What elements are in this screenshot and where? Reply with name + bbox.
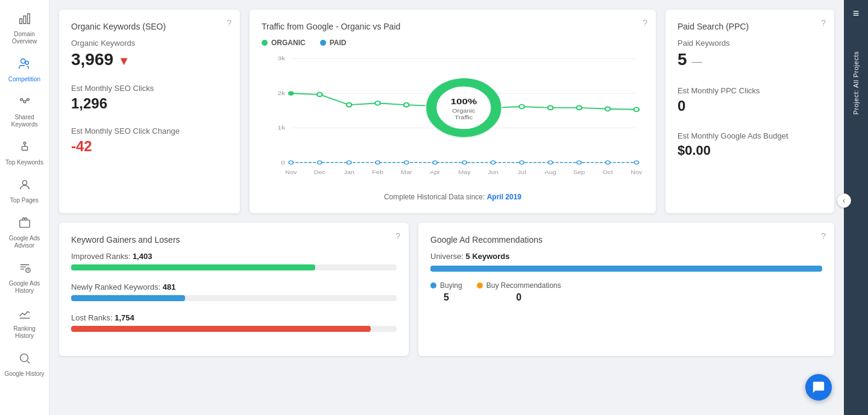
gainers-help-icon[interactable]: ? xyxy=(395,231,400,241)
collapse-button[interactable]: ‹ xyxy=(837,193,851,208)
gainers-card: ? Keyword Gainers and Losers Improved Ra… xyxy=(59,223,409,356)
sidebar-item-google-history[interactable]: Google History xyxy=(0,346,49,384)
svg-rect-11 xyxy=(19,220,30,227)
buying-dot xyxy=(430,282,436,289)
svg-text:1k: 1k xyxy=(277,124,285,130)
ppc-clicks-label: Est Monthly PPC Clicks xyxy=(678,86,822,95)
paid-legend: PAID xyxy=(320,39,347,47)
newly-bar xyxy=(71,295,185,301)
svg-text:Organic: Organic xyxy=(452,108,475,114)
down-arrow-icon: ▼ xyxy=(118,54,130,67)
organic-legend-label: ORGANIC xyxy=(271,39,306,47)
sidebar-label-ranking-history: Ranking History xyxy=(4,325,45,340)
svg-point-33 xyxy=(548,106,553,110)
svg-point-45 xyxy=(520,161,524,164)
sidebar-item-top-keywords[interactable]: Top Keywords xyxy=(0,134,49,172)
sidebar-item-shared-keywords[interactable]: Shared Keywords xyxy=(0,89,49,134)
ppc-help-icon[interactable]: ? xyxy=(821,18,826,28)
svg-text:0: 0 xyxy=(281,159,285,165)
svg-point-6 xyxy=(20,99,22,101)
svg-point-32 xyxy=(519,105,524,109)
improved-label: Improved Ranks: 1,403 xyxy=(71,252,397,261)
chat-bubble-button[interactable] xyxy=(805,374,832,401)
sidebar-item-top-pages[interactable]: Top Pages xyxy=(0,172,49,210)
ranking-history-icon xyxy=(18,307,31,323)
svg-text:Feb: Feb xyxy=(372,169,383,175)
click-change-section: Est Monthly SEO Click Change -42 xyxy=(71,126,228,155)
top-keywords-icon xyxy=(18,140,31,157)
improved-bar-container xyxy=(71,264,397,270)
svg-text:2k: 2k xyxy=(277,90,285,96)
ad-legend-row: Buying 5 Buy Recommendations 0 xyxy=(430,281,822,303)
seo-help-icon[interactable]: ? xyxy=(227,18,231,28)
buying-entry: Buying 5 xyxy=(430,281,462,303)
traffic-help-icon[interactable]: ? xyxy=(643,18,647,28)
sidebar-item-ranking-history[interactable]: Ranking History xyxy=(0,301,49,346)
google-ad-card-title: Google Ad Recommendations xyxy=(430,235,822,245)
newly-value: 481 xyxy=(163,282,176,292)
svg-point-9 xyxy=(24,142,26,145)
historical-date: April 2019 xyxy=(487,193,521,201)
ppc-card: ? Paid Search (PPC) Paid Keywords 5 — Es… xyxy=(665,10,834,213)
improved-bar xyxy=(71,264,315,270)
sidebar-item-google-ads-history[interactable]: Google Ads History xyxy=(0,255,49,301)
svg-point-47 xyxy=(577,161,581,164)
ppc-clicks-value: 0 xyxy=(678,98,822,114)
svg-text:Dec: Dec xyxy=(314,169,326,175)
svg-text:May: May xyxy=(458,169,471,175)
svg-point-46 xyxy=(549,161,553,164)
sidebar-item-domain-overview[interactable]: Domain Overview xyxy=(0,6,49,51)
google-ads-budget-section: Est Monthly Google Ads Budget $0.00 xyxy=(678,131,822,158)
universe-bar xyxy=(430,266,822,272)
organic-legend: ORGANIC xyxy=(262,39,306,47)
sidebar-item-competition[interactable]: Competition xyxy=(0,51,49,89)
svg-point-43 xyxy=(462,161,467,164)
hamburger-icon[interactable]: ≡ xyxy=(846,0,867,27)
organic-keywords-label: Organic Keywords xyxy=(71,39,228,48)
project-label: Project: All Projects xyxy=(852,45,860,120)
svg-text:Mar: Mar xyxy=(401,169,413,175)
historical-text: Complete Historical Data since: April 20… xyxy=(262,193,644,201)
chart-container: 3k 2k 1k 0 xyxy=(262,53,644,201)
svg-point-26 xyxy=(347,103,352,107)
gainers-card-title: Keyword Gainers and Losers xyxy=(71,235,397,245)
sidebar-label-top-pages: Top Pages xyxy=(10,197,39,204)
svg-point-41 xyxy=(404,161,409,164)
sidebar-label-competition: Competition xyxy=(8,76,40,83)
right-sidebar: ≡ Project: All Projects ‹ xyxy=(844,0,868,415)
traffic-card-title: Traffic from Google - Organic vs Paid xyxy=(262,22,644,31)
organic-keywords-value: 3,969 ▼ xyxy=(71,50,228,69)
svg-point-4 xyxy=(25,61,28,64)
google-ad-help-icon[interactable]: ? xyxy=(821,231,826,241)
buying-label: Buying xyxy=(430,281,462,290)
universe-label: Universe: 5 Keywords xyxy=(430,252,822,261)
sidebar-item-google-ads-advisor[interactable]: Google Ads Advisor xyxy=(0,210,49,255)
paid-keywords-label: Paid Keywords xyxy=(678,39,822,48)
recommendations-value: 0 xyxy=(516,292,521,303)
top-cards-row: ? Organic Keywords (SEO) Organic Keyword… xyxy=(59,10,834,213)
shared-keywords-icon xyxy=(18,95,31,111)
svg-point-42 xyxy=(433,161,437,164)
improved-value: 1,403 xyxy=(133,252,153,261)
sidebar-label-domain-overview: Domain Overview xyxy=(4,31,45,45)
svg-text:Traffic: Traffic xyxy=(454,114,473,120)
recommendations-dot xyxy=(477,282,483,289)
monthly-clicks-value: 1,296 xyxy=(71,95,228,112)
svg-point-3 xyxy=(20,59,25,63)
google-ad-card: ? Google Ad Recommendations Universe: 5 … xyxy=(418,223,834,356)
click-change-label: Est Monthly SEO Click Change xyxy=(71,126,228,136)
svg-point-5 xyxy=(24,101,26,103)
svg-text:Oct: Oct xyxy=(603,169,613,175)
svg-point-44 xyxy=(491,161,495,164)
top-pages-icon xyxy=(18,178,31,195)
improved-ranks-section: Improved Ranks: 1,403 xyxy=(71,252,397,270)
svg-point-7 xyxy=(27,99,29,101)
left-sidebar: Domain Overview Competition Shared Keywo… xyxy=(0,0,49,415)
traffic-card: ? Traffic from Google - Organic vs Paid … xyxy=(250,10,656,213)
svg-text:Jul: Jul xyxy=(518,169,526,175)
recommendations-label: Buy Recommendations xyxy=(477,281,561,290)
seo-card: ? Organic Keywords (SEO) Organic Keyword… xyxy=(59,10,240,213)
svg-text:Jun: Jun xyxy=(488,169,498,175)
google-ads-advisor-icon xyxy=(18,216,31,232)
main-content: ? Organic Keywords (SEO) Organic Keyword… xyxy=(49,0,844,415)
